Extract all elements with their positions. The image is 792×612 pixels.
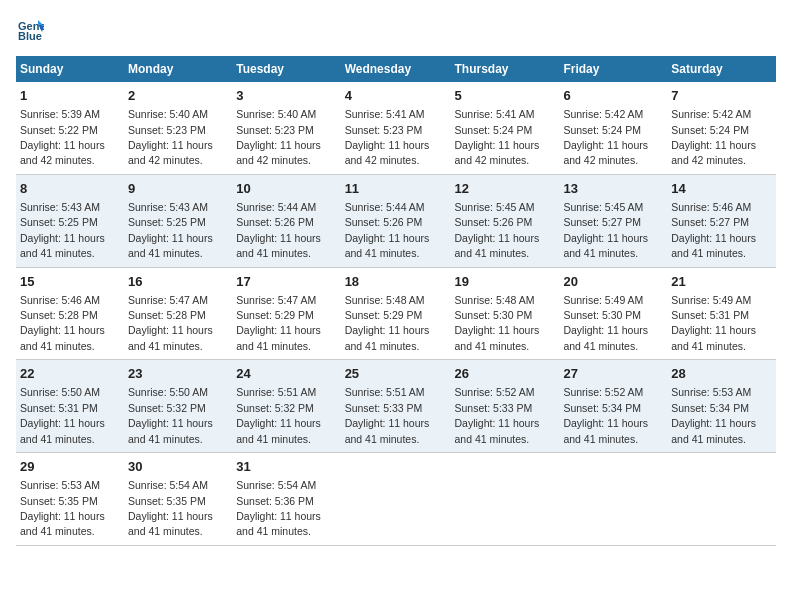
cell-info: Sunrise: 5:49 AMSunset: 5:30 PMDaylight:… bbox=[563, 294, 648, 352]
table-row bbox=[451, 453, 560, 546]
day-number: 5 bbox=[455, 87, 556, 105]
table-row: 2Sunrise: 5:40 AMSunset: 5:23 PMDaylight… bbox=[124, 82, 232, 174]
table-row: 10Sunrise: 5:44 AMSunset: 5:26 PMDayligh… bbox=[232, 174, 340, 267]
table-row: 30Sunrise: 5:54 AMSunset: 5:35 PMDayligh… bbox=[124, 453, 232, 546]
table-row: 26Sunrise: 5:52 AMSunset: 5:33 PMDayligh… bbox=[451, 360, 560, 453]
table-row: 31Sunrise: 5:54 AMSunset: 5:36 PMDayligh… bbox=[232, 453, 340, 546]
cell-info: Sunrise: 5:54 AMSunset: 5:36 PMDaylight:… bbox=[236, 479, 321, 537]
col-header-monday: Monday bbox=[124, 56, 232, 82]
table-row: 6Sunrise: 5:42 AMSunset: 5:24 PMDaylight… bbox=[559, 82, 667, 174]
day-number: 29 bbox=[20, 458, 120, 476]
table-row: 28Sunrise: 5:53 AMSunset: 5:34 PMDayligh… bbox=[667, 360, 776, 453]
col-header-saturday: Saturday bbox=[667, 56, 776, 82]
cell-info: Sunrise: 5:42 AMSunset: 5:24 PMDaylight:… bbox=[671, 108, 756, 166]
day-number: 13 bbox=[563, 180, 663, 198]
table-row: 27Sunrise: 5:52 AMSunset: 5:34 PMDayligh… bbox=[559, 360, 667, 453]
table-row: 29Sunrise: 5:53 AMSunset: 5:35 PMDayligh… bbox=[16, 453, 124, 546]
day-number: 11 bbox=[345, 180, 447, 198]
day-number: 6 bbox=[563, 87, 663, 105]
table-row: 9Sunrise: 5:43 AMSunset: 5:25 PMDaylight… bbox=[124, 174, 232, 267]
day-number: 4 bbox=[345, 87, 447, 105]
cell-info: Sunrise: 5:39 AMSunset: 5:22 PMDaylight:… bbox=[20, 108, 105, 166]
table-row: 20Sunrise: 5:49 AMSunset: 5:30 PMDayligh… bbox=[559, 267, 667, 360]
day-number: 12 bbox=[455, 180, 556, 198]
cell-info: Sunrise: 5:45 AMSunset: 5:27 PMDaylight:… bbox=[563, 201, 648, 259]
day-number: 30 bbox=[128, 458, 228, 476]
cell-info: Sunrise: 5:52 AMSunset: 5:33 PMDaylight:… bbox=[455, 386, 540, 444]
logo-icon: General Blue bbox=[16, 16, 44, 44]
cell-info: Sunrise: 5:51 AMSunset: 5:33 PMDaylight:… bbox=[345, 386, 430, 444]
day-number: 18 bbox=[345, 273, 447, 291]
day-number: 2 bbox=[128, 87, 228, 105]
table-row: 25Sunrise: 5:51 AMSunset: 5:33 PMDayligh… bbox=[341, 360, 451, 453]
cell-info: Sunrise: 5:40 AMSunset: 5:23 PMDaylight:… bbox=[236, 108, 321, 166]
table-row: 3Sunrise: 5:40 AMSunset: 5:23 PMDaylight… bbox=[232, 82, 340, 174]
table-row: 23Sunrise: 5:50 AMSunset: 5:32 PMDayligh… bbox=[124, 360, 232, 453]
day-number: 22 bbox=[20, 365, 120, 383]
cell-info: Sunrise: 5:51 AMSunset: 5:32 PMDaylight:… bbox=[236, 386, 321, 444]
day-number: 24 bbox=[236, 365, 336, 383]
table-row bbox=[341, 453, 451, 546]
cell-info: Sunrise: 5:45 AMSunset: 5:26 PMDaylight:… bbox=[455, 201, 540, 259]
cell-info: Sunrise: 5:42 AMSunset: 5:24 PMDaylight:… bbox=[563, 108, 648, 166]
table-row: 7Sunrise: 5:42 AMSunset: 5:24 PMDaylight… bbox=[667, 82, 776, 174]
day-number: 1 bbox=[20, 87, 120, 105]
table-row: 19Sunrise: 5:48 AMSunset: 5:30 PMDayligh… bbox=[451, 267, 560, 360]
col-header-tuesday: Tuesday bbox=[232, 56, 340, 82]
day-number: 10 bbox=[236, 180, 336, 198]
cell-info: Sunrise: 5:50 AMSunset: 5:32 PMDaylight:… bbox=[128, 386, 213, 444]
table-row: 24Sunrise: 5:51 AMSunset: 5:32 PMDayligh… bbox=[232, 360, 340, 453]
cell-info: Sunrise: 5:50 AMSunset: 5:31 PMDaylight:… bbox=[20, 386, 105, 444]
calendar-table: SundayMondayTuesdayWednesdayThursdayFrid… bbox=[16, 56, 776, 546]
col-header-thursday: Thursday bbox=[451, 56, 560, 82]
cell-info: Sunrise: 5:47 AMSunset: 5:29 PMDaylight:… bbox=[236, 294, 321, 352]
table-row bbox=[667, 453, 776, 546]
day-number: 26 bbox=[455, 365, 556, 383]
table-row: 8Sunrise: 5:43 AMSunset: 5:25 PMDaylight… bbox=[16, 174, 124, 267]
table-row: 21Sunrise: 5:49 AMSunset: 5:31 PMDayligh… bbox=[667, 267, 776, 360]
cell-info: Sunrise: 5:40 AMSunset: 5:23 PMDaylight:… bbox=[128, 108, 213, 166]
cell-info: Sunrise: 5:43 AMSunset: 5:25 PMDaylight:… bbox=[128, 201, 213, 259]
table-row: 16Sunrise: 5:47 AMSunset: 5:28 PMDayligh… bbox=[124, 267, 232, 360]
cell-info: Sunrise: 5:47 AMSunset: 5:28 PMDaylight:… bbox=[128, 294, 213, 352]
cell-info: Sunrise: 5:44 AMSunset: 5:26 PMDaylight:… bbox=[345, 201, 430, 259]
day-number: 19 bbox=[455, 273, 556, 291]
table-row: 13Sunrise: 5:45 AMSunset: 5:27 PMDayligh… bbox=[559, 174, 667, 267]
logo: General Blue bbox=[16, 16, 48, 44]
cell-info: Sunrise: 5:54 AMSunset: 5:35 PMDaylight:… bbox=[128, 479, 213, 537]
cell-info: Sunrise: 5:46 AMSunset: 5:28 PMDaylight:… bbox=[20, 294, 105, 352]
day-number: 28 bbox=[671, 365, 772, 383]
table-row: 14Sunrise: 5:46 AMSunset: 5:27 PMDayligh… bbox=[667, 174, 776, 267]
day-number: 8 bbox=[20, 180, 120, 198]
table-row: 12Sunrise: 5:45 AMSunset: 5:26 PMDayligh… bbox=[451, 174, 560, 267]
cell-info: Sunrise: 5:41 AMSunset: 5:23 PMDaylight:… bbox=[345, 108, 430, 166]
day-number: 17 bbox=[236, 273, 336, 291]
cell-info: Sunrise: 5:48 AMSunset: 5:30 PMDaylight:… bbox=[455, 294, 540, 352]
col-header-friday: Friday bbox=[559, 56, 667, 82]
cell-info: Sunrise: 5:52 AMSunset: 5:34 PMDaylight:… bbox=[563, 386, 648, 444]
col-header-wednesday: Wednesday bbox=[341, 56, 451, 82]
col-header-sunday: Sunday bbox=[16, 56, 124, 82]
day-number: 3 bbox=[236, 87, 336, 105]
table-row: 5Sunrise: 5:41 AMSunset: 5:24 PMDaylight… bbox=[451, 82, 560, 174]
day-number: 15 bbox=[20, 273, 120, 291]
day-number: 14 bbox=[671, 180, 772, 198]
cell-info: Sunrise: 5:48 AMSunset: 5:29 PMDaylight:… bbox=[345, 294, 430, 352]
cell-info: Sunrise: 5:44 AMSunset: 5:26 PMDaylight:… bbox=[236, 201, 321, 259]
table-row: 18Sunrise: 5:48 AMSunset: 5:29 PMDayligh… bbox=[341, 267, 451, 360]
table-row bbox=[559, 453, 667, 546]
table-row: 11Sunrise: 5:44 AMSunset: 5:26 PMDayligh… bbox=[341, 174, 451, 267]
table-row: 4Sunrise: 5:41 AMSunset: 5:23 PMDaylight… bbox=[341, 82, 451, 174]
day-number: 25 bbox=[345, 365, 447, 383]
cell-info: Sunrise: 5:49 AMSunset: 5:31 PMDaylight:… bbox=[671, 294, 756, 352]
table-row: 17Sunrise: 5:47 AMSunset: 5:29 PMDayligh… bbox=[232, 267, 340, 360]
cell-info: Sunrise: 5:41 AMSunset: 5:24 PMDaylight:… bbox=[455, 108, 540, 166]
day-number: 9 bbox=[128, 180, 228, 198]
svg-text:Blue: Blue bbox=[18, 30, 42, 42]
day-number: 23 bbox=[128, 365, 228, 383]
cell-info: Sunrise: 5:43 AMSunset: 5:25 PMDaylight:… bbox=[20, 201, 105, 259]
table-row: 15Sunrise: 5:46 AMSunset: 5:28 PMDayligh… bbox=[16, 267, 124, 360]
day-number: 20 bbox=[563, 273, 663, 291]
day-number: 21 bbox=[671, 273, 772, 291]
cell-info: Sunrise: 5:46 AMSunset: 5:27 PMDaylight:… bbox=[671, 201, 756, 259]
